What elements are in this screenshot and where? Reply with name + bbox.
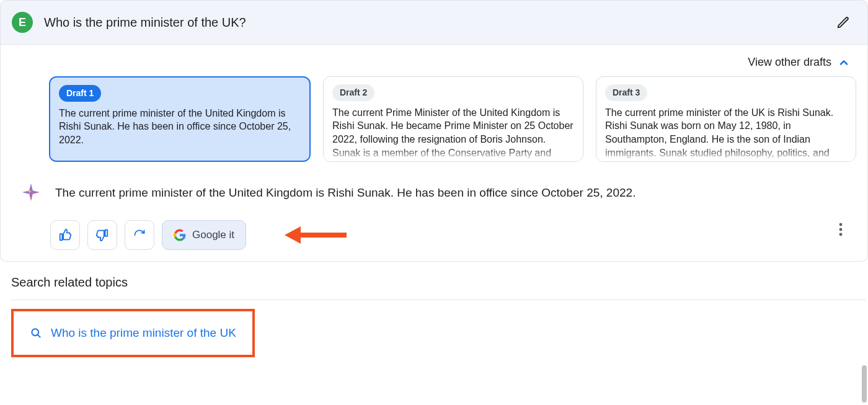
annotation-highlight-box: Who is the prime minister of the UK [11,309,255,357]
svg-line-6 [38,335,40,337]
related-link-text: Who is the prime minister of the UK [51,326,236,340]
edit-prompt-button[interactable] [833,12,854,33]
fade-overlay [50,147,309,161]
thumbs-up-button[interactable] [50,220,80,250]
svg-point-2 [839,223,843,226]
draft-chip: Draft 1 [59,85,101,102]
prompt-text: Who is the prime minister of the UK? [44,16,246,30]
prompt-bar: E Who is the prime minister of the UK? [0,0,868,45]
answer-text: The current prime minister of the United… [55,182,636,202]
response-card: View other drafts Draft 1 The current pr… [0,45,868,262]
draft-body: The current Prime Minister of the United… [332,106,574,162]
divider [11,300,866,300]
more-vertical-icon [839,223,843,236]
more-options-button[interactable] [831,220,850,239]
drafts-row: Draft 1 The current prime minister of th… [12,76,856,167]
thumbs-down-icon [95,228,109,242]
actions-row: Google it [12,209,856,250]
thumbs-up-icon [58,228,72,242]
google-it-button[interactable]: Google it [162,220,246,250]
thumbs-down-button[interactable] [87,220,117,250]
draft-body: The current prime minister of the United… [59,107,301,147]
draft-card-2[interactable]: Draft 2 The current Prime Minister of th… [323,76,583,162]
refresh-icon [133,229,146,241]
draft-chip: Draft 2 [332,84,374,101]
drafts-toggle[interactable]: View other drafts [12,53,856,76]
related-heading: Search related topics [11,275,866,290]
user-avatar: E [12,12,33,33]
draft-body: The current prime minister of the UK is … [605,106,847,159]
annotation-arrow [285,224,347,246]
svg-point-3 [839,228,843,231]
sparkle-icon [20,182,42,203]
regenerate-button[interactable] [125,220,154,250]
google-it-label: Google it [192,229,234,241]
scrollbar-thumb[interactable] [862,365,867,403]
svg-marker-1 [285,226,301,244]
draft-card-3[interactable]: Draft 3 The current prime minister of th… [596,76,856,162]
answer-row: The current prime minister of the United… [12,167,856,209]
chevron-up-icon [838,56,850,69]
related-search-link[interactable]: Who is the prime minister of the UK [30,326,236,340]
svg-point-4 [839,233,843,236]
search-icon [30,327,42,339]
pencil-icon [836,16,850,29]
google-logo-icon [174,229,186,241]
draft-chip: Draft 3 [605,84,647,101]
drafts-header-label: View other drafts [748,56,831,69]
draft-card-1[interactable]: Draft 1 The current prime minister of th… [49,76,311,162]
related-section: Search related topics Who is the prime m… [0,262,868,357]
